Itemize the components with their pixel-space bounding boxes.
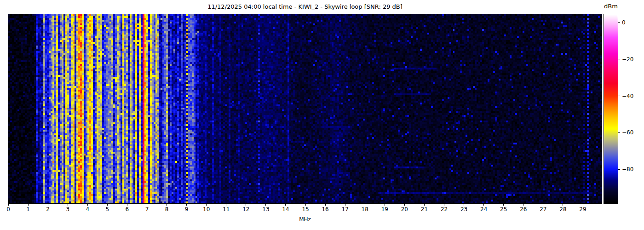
x-axis-label: MHz bbox=[0, 216, 610, 223]
x-tick-label: 5 bbox=[99, 206, 115, 213]
x-tick-label: 17 bbox=[337, 206, 353, 213]
colorbar bbox=[604, 14, 618, 204]
x-tick-label: 16 bbox=[317, 206, 333, 213]
colorbar-tick-mark bbox=[618, 96, 620, 96]
x-tick-mark bbox=[186, 204, 187, 206]
x-tick-mark bbox=[563, 204, 563, 206]
x-tick-label: 29 bbox=[575, 206, 591, 213]
x-tick-mark bbox=[424, 204, 425, 206]
x-tick-mark bbox=[167, 204, 167, 206]
x-tick-label: 7 bbox=[139, 206, 155, 213]
x-tick-mark bbox=[523, 204, 523, 206]
x-tick-label: 4 bbox=[80, 206, 95, 213]
x-tick-label: 18 bbox=[357, 206, 373, 213]
x-tick-label: 10 bbox=[199, 206, 214, 213]
x-tick-mark bbox=[127, 204, 127, 206]
x-tick-mark bbox=[404, 204, 405, 206]
x-tick-mark bbox=[226, 204, 226, 206]
x-tick-mark bbox=[265, 204, 266, 206]
x-tick-label: 27 bbox=[535, 206, 551, 213]
x-tick-mark bbox=[464, 204, 464, 206]
x-tick-label: 25 bbox=[496, 206, 512, 213]
x-tick-mark bbox=[385, 204, 385, 206]
colorbar-tick-mark bbox=[618, 132, 620, 133]
chart-title: 11/12/2025 04:00 local time - KIWI_2 - S… bbox=[0, 3, 610, 10]
x-tick-label: 23 bbox=[456, 206, 472, 213]
x-tick-label: 15 bbox=[298, 206, 313, 213]
x-tick-label: 11 bbox=[218, 206, 234, 213]
x-tick-mark bbox=[543, 204, 543, 206]
x-tick-label: 22 bbox=[437, 206, 452, 213]
x-tick-mark bbox=[107, 204, 108, 206]
x-tick-label: 20 bbox=[397, 206, 412, 213]
x-tick-label: 28 bbox=[555, 206, 571, 213]
waterfall-heatmap bbox=[8, 14, 602, 203]
x-tick-label: 14 bbox=[278, 206, 293, 213]
colorbar-tick-mark bbox=[618, 59, 620, 59]
x-tick-mark bbox=[206, 204, 207, 206]
x-tick-mark bbox=[246, 204, 246, 206]
x-tick-label: 6 bbox=[119, 206, 135, 213]
x-tick-mark bbox=[68, 204, 68, 206]
x-tick-mark bbox=[8, 204, 9, 206]
x-tick-mark bbox=[503, 204, 504, 206]
x-tick-mark bbox=[28, 204, 29, 206]
colorbar-tick-label: 0 bbox=[622, 19, 626, 26]
x-tick-label: 24 bbox=[476, 206, 492, 213]
colorbar-tick-label: −80 bbox=[622, 166, 633, 173]
x-tick-label: 21 bbox=[416, 206, 432, 213]
x-tick-label: 8 bbox=[159, 206, 175, 213]
x-tick-mark bbox=[583, 204, 583, 206]
x-tick-label: 0 bbox=[0, 206, 16, 213]
colorbar-tick-mark bbox=[618, 22, 620, 23]
x-tick-label: 19 bbox=[377, 206, 392, 213]
x-tick-mark bbox=[305, 204, 306, 206]
colorbar-tick-label: −20 bbox=[622, 56, 633, 63]
colorbar-tick-label: −60 bbox=[622, 129, 633, 136]
x-tick-label: 12 bbox=[238, 206, 254, 213]
x-tick-mark bbox=[87, 204, 88, 206]
x-tick-mark bbox=[444, 204, 444, 206]
x-tick-mark bbox=[365, 204, 365, 206]
plot-area bbox=[8, 14, 602, 204]
colorbar-tick-mark bbox=[618, 169, 620, 170]
colorbar-gradient bbox=[604, 14, 618, 203]
x-tick-label: 2 bbox=[40, 206, 56, 213]
colorbar-label: dBm bbox=[598, 3, 624, 10]
x-tick-mark bbox=[325, 204, 326, 206]
x-tick-mark bbox=[483, 204, 484, 206]
x-tick-label: 13 bbox=[258, 206, 274, 213]
x-tick-mark bbox=[345, 204, 345, 206]
x-tick-mark bbox=[48, 204, 48, 206]
x-tick-mark bbox=[147, 204, 147, 206]
x-tick-label: 9 bbox=[179, 206, 195, 213]
x-tick-label: 1 bbox=[20, 206, 36, 213]
x-tick-label: 26 bbox=[516, 206, 531, 213]
x-tick-label: 3 bbox=[60, 206, 75, 213]
x-tick-mark bbox=[285, 204, 286, 206]
colorbar-tick-label: −40 bbox=[622, 92, 633, 100]
